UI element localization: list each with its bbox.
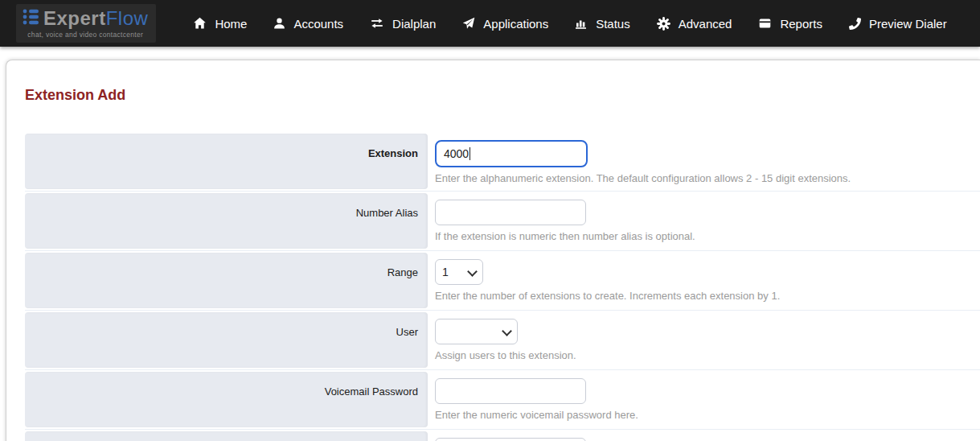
form-row-range: Range 1 Enter the number of extensions t… [25,251,980,311]
field-cell: Assign users to this extension. [428,311,980,369]
nav-item-label: Preview Dialer [869,17,947,31]
brand-tagline: chat, voice and video contactcenter [27,31,143,39]
phone-icon [849,18,861,30]
nav-menu: Home Accounts Dialplan Applications [193,17,951,31]
field-cell: Enter the numeric voicemail password her… [428,370,980,429]
list-dots-icon [23,7,39,30]
nav-item-applications[interactable]: Applications [462,17,548,31]
brand-logo[interactable]: ExpertFlow chat, voice and video contact… [16,4,156,43]
form-row-user: User Assign users to this extension. [25,311,980,370]
field-cell: 1 Enter the number of extensions to crea… [428,251,980,310]
field-cell [428,430,980,441]
field-cell: 4000 Enter the alphanumeric extension. T… [428,132,980,191]
range-help-text: Enter the number of extensions to create… [435,290,980,302]
form-row-account-code: Account Code [25,430,980,441]
user-help-text: Assign users to this extension. [435,349,980,361]
transfer-arrows-icon [370,17,384,30]
bar-chart-icon [575,17,588,30]
nav-item-label: Advanced [679,17,732,31]
field-cell: If the extension is numeric then number … [428,192,980,250]
nav-item-dialplan[interactable]: Dialplan [370,17,436,31]
nav-item-label: Dialplan [392,17,436,31]
range-label: Range [387,266,418,278]
report-window-icon [758,17,772,30]
user-select-wrap [435,319,518,344]
nav-item-label: Accounts [293,17,343,31]
page-title: Extension Add [25,87,980,104]
nav-item-status[interactable]: Status [575,17,630,31]
range-select-wrap: 1 [435,259,483,285]
number-alias-input[interactable] [435,200,586,225]
extension-input[interactable]: 4000 [435,140,588,167]
field-label-cell: User [25,312,428,368]
number-alias-label: Number Alias [356,207,418,219]
nav-item-advanced[interactable]: Advanced [657,17,732,31]
field-label-cell: Extension [25,134,428,189]
nav-item-accounts[interactable]: Accounts [273,17,343,31]
paper-plane-icon [462,17,475,30]
home-icon [193,17,207,30]
range-select[interactable]: 1 [435,259,483,285]
extension-label: Extension [368,147,418,159]
nav-item-label: Home [215,17,247,31]
field-label-cell: Voicemail Password [25,372,428,427]
form-row-voicemail-password: Voicemail Password Enter the numeric voi… [25,370,980,430]
number-alias-help-text: If the extension is numeric then number … [435,230,980,242]
brand-expert: Expert [43,7,106,29]
extension-input-value: 4000 [444,147,469,160]
nav-item-label: Reports [780,17,822,31]
gear-icon [657,17,670,31]
form-row-number-alias: Number Alias If the extension is numeric… [25,192,980,251]
user-label: User [396,326,418,338]
nav-item-preview-dialer[interactable]: Preview Dialer [849,17,947,31]
top-navbar: ExpertFlow chat, voice and video contact… [0,0,980,47]
voicemail-password-help-text: Enter the numeric voicemail password her… [435,409,980,421]
nav-item-reports[interactable]: Reports [758,17,822,31]
content-panel: Extension Add Extension 4000 Enter the a… [6,60,980,441]
extension-help-text: Enter the alphanumeric extension. The de… [435,172,980,184]
field-label-cell: Account Code [25,431,428,441]
voicemail-password-input[interactable] [435,378,586,404]
user-select[interactable] [435,319,518,344]
field-label-cell: Range [25,253,428,308]
account-code-input[interactable] [435,438,586,441]
nav-item-label: Applications [483,17,548,31]
nav-item-label: Status [596,17,630,31]
voicemail-password-label: Voicemail Password [325,385,418,398]
user-icon [273,17,285,30]
brand-flow: Flow [106,7,149,29]
form-row-extension: Extension 4000 Enter the alphanumeric ex… [25,132,980,192]
field-label-cell: Number Alias [25,193,428,249]
extension-add-form: Extension 4000 Enter the alphanumeric ex… [25,132,980,441]
text-caret [469,147,470,160]
nav-item-home[interactable]: Home [193,17,247,31]
